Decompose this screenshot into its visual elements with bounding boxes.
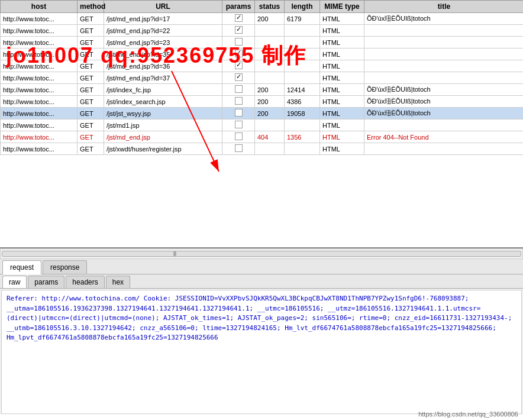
table-row[interactable]: http://www.totoc...GET/jst/jst_wsyy.jsp2… bbox=[1, 108, 524, 119]
cell-status: 200 bbox=[255, 108, 285, 119]
table-row[interactable]: http://www.totoc...GET/jst/md_end.jsp?id… bbox=[1, 49, 524, 60]
cell-status bbox=[255, 143, 285, 155]
table-row[interactable]: http://www.totoc...GET/jst/md_end.jsp?id… bbox=[1, 72, 524, 84]
subtab-headers[interactable]: headers bbox=[66, 276, 104, 288]
cell-host: http://www.totoc... bbox=[1, 108, 78, 119]
cell-status bbox=[255, 119, 285, 131]
request-table-area: host method URL params status length MIM… bbox=[0, 0, 523, 248]
cell-url: /jst/jst_wsyy.jsp bbox=[104, 108, 222, 119]
cell-mime: HTML bbox=[320, 37, 364, 49]
cell-status bbox=[255, 60, 285, 72]
request-content[interactable]: Referer: http://www.totochina.com/ Cooki… bbox=[1, 290, 522, 414]
requests-table: host method URL params status length MIM… bbox=[0, 0, 523, 155]
cell-status bbox=[255, 37, 285, 49]
cell-params[interactable] bbox=[222, 37, 255, 49]
params-checkbox[interactable] bbox=[235, 26, 243, 34]
col-header-method[interactable]: method bbox=[78, 1, 104, 13]
tab-request[interactable]: request bbox=[2, 260, 41, 274]
col-header-title[interactable]: title bbox=[364, 1, 524, 13]
col-header-length[interactable]: length bbox=[285, 1, 320, 13]
cell-title bbox=[364, 60, 524, 72]
params-checkbox[interactable] bbox=[235, 62, 243, 69]
cell-url: /jst/md_end.jsp?id=35 bbox=[104, 49, 222, 60]
cell-params[interactable] bbox=[222, 96, 255, 108]
cell-length: 19058 bbox=[285, 108, 320, 119]
cell-host: http://www.totoc... bbox=[1, 119, 78, 131]
params-checkbox[interactable] bbox=[235, 73, 243, 81]
cell-status bbox=[255, 25, 285, 37]
col-header-mime[interactable]: MIME type bbox=[320, 1, 364, 13]
tab-response[interactable]: response bbox=[43, 260, 87, 274]
params-checkbox[interactable] bbox=[235, 144, 243, 152]
params-checkbox[interactable] bbox=[235, 50, 243, 57]
cell-params[interactable] bbox=[222, 25, 255, 37]
cell-params[interactable] bbox=[222, 13, 255, 25]
table-row[interactable]: http://www.totoc...GET/jst/md_end.jsp?id… bbox=[1, 60, 524, 72]
params-checkbox[interactable] bbox=[235, 38, 243, 46]
cell-method: GET bbox=[78, 143, 104, 155]
subtab-raw[interactable]: raw bbox=[2, 276, 27, 288]
cell-mime: HTML bbox=[320, 108, 364, 119]
cell-params[interactable] bbox=[222, 49, 255, 60]
cell-method: GET bbox=[78, 84, 104, 96]
table-row[interactable]: http://www.totoc...GET/jst/index_search.… bbox=[1, 96, 524, 108]
table-row[interactable]: http://www.totoc...GET/jst/md_end.jsp404… bbox=[1, 131, 524, 143]
cell-mime: HTML bbox=[320, 13, 364, 25]
cell-length bbox=[285, 143, 320, 155]
cell-host: http://www.totoc... bbox=[1, 13, 78, 25]
params-checkbox[interactable] bbox=[235, 133, 243, 140]
cell-method: GET bbox=[78, 25, 104, 37]
cell-length: 4386 bbox=[285, 96, 320, 108]
cell-title bbox=[364, 119, 524, 131]
subtab-params[interactable]: params bbox=[28, 276, 64, 288]
col-header-params[interactable]: params bbox=[222, 1, 255, 13]
scrollbar-track[interactable] bbox=[2, 251, 521, 257]
cell-params[interactable] bbox=[222, 60, 255, 72]
cell-length bbox=[285, 49, 320, 60]
col-header-host[interactable]: host bbox=[1, 1, 78, 13]
subtab-hex[interactable]: hex bbox=[106, 276, 130, 288]
params-checkbox[interactable] bbox=[235, 97, 243, 105]
cell-params[interactable] bbox=[222, 131, 255, 143]
cell-method: GET bbox=[78, 119, 104, 131]
params-checkbox[interactable] bbox=[235, 121, 243, 128]
table-row[interactable]: http://www.totoc...GET/jst/md_end.jsp?id… bbox=[1, 37, 524, 49]
scrollbar-thumb[interactable] bbox=[173, 251, 176, 256]
table-row[interactable]: http://www.totoc...GET/jst/xwdt/huser/re… bbox=[1, 143, 524, 155]
col-header-status[interactable]: status bbox=[255, 1, 285, 13]
cell-params[interactable] bbox=[222, 143, 255, 155]
cell-mime: HTML bbox=[320, 72, 364, 84]
cell-url: /jst/md_end.jsp?id=37 bbox=[104, 72, 222, 84]
cell-host: http://www.totoc... bbox=[1, 25, 78, 37]
params-checkbox[interactable] bbox=[235, 14, 243, 22]
table-row[interactable]: http://www.totoc...GET/jst/index_fc.jsp2… bbox=[1, 84, 524, 96]
cell-url: /jst/md1.jsp bbox=[104, 119, 222, 131]
cell-params[interactable] bbox=[222, 108, 255, 119]
cell-status: 200 bbox=[255, 96, 285, 108]
cell-method: GET bbox=[78, 131, 104, 143]
cell-params[interactable] bbox=[222, 119, 255, 131]
table-row[interactable]: http://www.totoc...GET/jst/md1.jspHTML bbox=[1, 119, 524, 131]
cell-mime: HTML bbox=[320, 25, 364, 37]
cell-url: /jst/md_end.jsp?id=22 bbox=[104, 25, 222, 37]
params-checkbox[interactable] bbox=[235, 109, 243, 117]
cell-method: GET bbox=[78, 60, 104, 72]
table-row[interactable]: http://www.totoc...GET/jst/md_end.jsp?id… bbox=[1, 13, 524, 25]
cell-host: http://www.totoc... bbox=[1, 37, 78, 49]
cell-method: GET bbox=[78, 37, 104, 49]
cell-host: http://www.totoc... bbox=[1, 84, 78, 96]
cell-length bbox=[285, 25, 320, 37]
cell-mime: HTML bbox=[320, 49, 364, 60]
cell-length bbox=[285, 72, 320, 84]
cell-mime: HTML bbox=[320, 96, 364, 108]
cell-title bbox=[364, 72, 524, 84]
cell-url: /jst/md_end.jsp?id=17 bbox=[104, 13, 222, 25]
cell-params[interactable] bbox=[222, 72, 255, 84]
cell-title bbox=[364, 37, 524, 49]
table-row[interactable]: http://www.totoc...GET/jst/md_end.jsp?id… bbox=[1, 25, 524, 37]
cell-params[interactable] bbox=[222, 84, 255, 96]
params-checkbox[interactable] bbox=[235, 85, 243, 93]
cell-mime: HTML bbox=[320, 60, 364, 72]
horizontal-scrollbar[interactable] bbox=[0, 248, 523, 259]
col-header-url[interactable]: URL bbox=[104, 1, 222, 13]
